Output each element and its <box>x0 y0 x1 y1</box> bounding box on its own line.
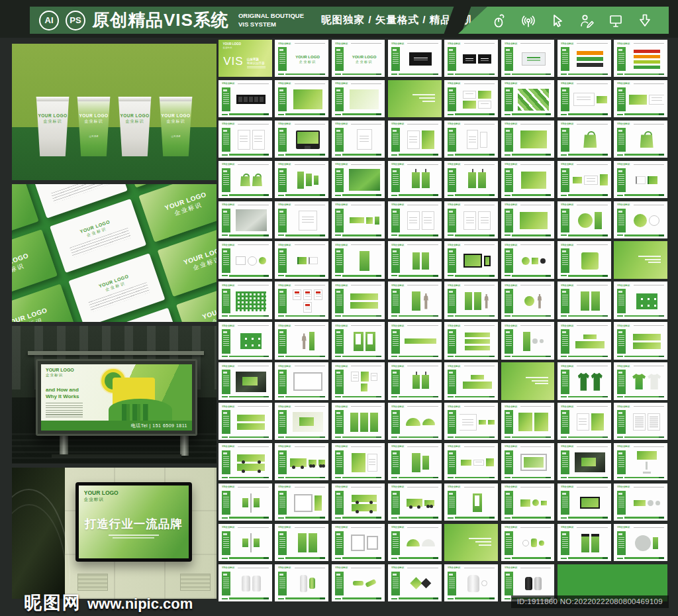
thumb-logo-dark: VIS企业标识 <box>388 40 442 77</box>
page-content <box>573 491 608 515</box>
thumb-whiteboard: VIS企业标识 <box>275 362 328 399</box>
cup-caption: 山东泽源 <box>171 135 181 138</box>
page-content <box>290 289 325 313</box>
thumb-folder: VIS企业标识 <box>501 121 555 158</box>
page-sidebar <box>561 289 569 313</box>
page-content <box>573 450 608 474</box>
thumb-totem-person: VIS企业标识 <box>388 282 442 319</box>
thumb-reception-desk: VIS企业标识 <box>557 322 611 359</box>
shelter-roof <box>28 351 204 355</box>
wall-vent <box>180 574 211 591</box>
page-sidebar <box>448 572 456 595</box>
thumb-totems: VIS企业标识 <box>557 282 611 319</box>
divider-line <box>422 101 435 102</box>
business-card-field: YOUR LOGO企业标识YOUR LOGO企业标识YOUR LOGO企业标识Y… <box>12 184 217 322</box>
page-sidebar <box>335 289 344 313</box>
thumb-divider <box>444 524 498 561</box>
page-content <box>516 47 552 71</box>
thumb-desk-tools: VIS企业标识 <box>332 201 385 238</box>
page-sidebar <box>391 370 400 393</box>
page-sidebar <box>278 248 287 272</box>
designer-icon <box>579 13 595 28</box>
cup-logo-sub: 企业标识 <box>167 119 185 125</box>
page-sidebar <box>505 248 513 272</box>
thumb-banner-stand: VIS企业标识 <box>332 241 385 278</box>
page-content <box>290 572 325 595</box>
page-content <box>460 370 495 393</box>
divider-line <box>469 538 491 539</box>
poster-headline: and How and Why It Works <box>46 387 79 399</box>
page-sidebar <box>448 289 456 313</box>
page-content <box>290 209 325 232</box>
poster-paragraph <box>46 403 83 417</box>
page-content <box>629 289 664 313</box>
page-sidebar <box>222 572 230 595</box>
page-sidebar <box>391 329 400 353</box>
thumb-gift-boxes: VIS企业标识 <box>388 564 442 601</box>
page-sidebar <box>561 248 569 272</box>
thumb-tablet-phone: VIS企业标识 <box>444 241 498 278</box>
page-sidebar <box>505 531 513 555</box>
page-sidebar <box>561 491 569 515</box>
page-content <box>629 168 664 192</box>
page-content <box>460 329 495 353</box>
billboard-base <box>52 454 181 458</box>
page-sidebar <box>448 410 456 434</box>
page-sidebar <box>278 572 287 595</box>
image-id-label: ID:1911860 NO:20220222080800469109 <box>511 595 669 608</box>
cup-logo: YOUR LOGO <box>38 113 67 118</box>
page-content <box>234 168 269 192</box>
thumb-icon-grid: VIS企业标识 <box>218 282 272 319</box>
thumb-wayfinding-bar: VIS企业标识 <box>388 322 442 359</box>
page-content <box>290 168 325 192</box>
page-sidebar <box>448 329 456 353</box>
page-content <box>460 47 495 71</box>
header-subtitle-line1: ORIGINAL BOUTIQUE <box>238 12 304 20</box>
page-sidebar <box>335 168 344 192</box>
thumb-stationery-set: VIS企业标识 <box>557 161 611 198</box>
page-sidebar <box>278 87 287 111</box>
page-content <box>573 329 608 353</box>
screen-caption-line <box>113 537 154 539</box>
page-content <box>347 289 382 313</box>
page-content <box>403 168 438 192</box>
page-sidebar <box>335 572 344 595</box>
page-content <box>629 47 664 71</box>
escalator-area <box>12 468 65 599</box>
page-sidebar <box>617 47 626 71</box>
page-content <box>290 450 325 474</box>
thumb-cover: YOUR LOGO企业标识VIS山东泽源视觉识别手册 <box>218 40 272 77</box>
page-sidebar <box>617 168 626 192</box>
page-content <box>460 168 495 192</box>
page-sidebar <box>222 248 230 272</box>
broadcast-icon <box>520 13 536 28</box>
page-sidebar <box>505 128 513 152</box>
page-content <box>347 329 382 353</box>
screen-slogan: 打造行业一流品牌 <box>85 516 183 532</box>
page-content <box>234 128 269 152</box>
page-content <box>403 531 438 555</box>
page-content <box>629 450 664 474</box>
page-content <box>629 87 664 111</box>
cursor-icon <box>550 13 565 28</box>
thumb-billboard-photo: VIS企业标识 <box>557 443 611 480</box>
thumb-curved-flags: VIS企业标识 <box>218 524 272 561</box>
thumb-grad-panel: VIS企业标识 <box>275 80 328 117</box>
thumb-forms: VIS企业标识 <box>388 201 442 238</box>
thumb-color-bars-3: VIS企业标识 <box>557 40 611 77</box>
page-sidebar <box>391 168 400 192</box>
thumb-balloon-person: VIS企业标识 <box>501 282 555 319</box>
business-card-green: YOUR LOGO企业标识 <box>12 283 76 322</box>
page-sidebar <box>617 87 626 111</box>
page-sidebar <box>278 128 287 152</box>
page-sidebar <box>335 47 344 71</box>
wall-screen: YOUR LOGO 企业标识 打造行业一流品牌 <box>75 482 192 562</box>
page-content <box>347 410 382 434</box>
thumb-lanyards: VIS企业标识 <box>388 161 442 198</box>
page-sidebar <box>222 531 230 555</box>
page-sidebar <box>335 128 344 152</box>
thumb-wall-billboard: VIS企业标识 <box>275 403 328 440</box>
page-content <box>516 209 552 232</box>
thumb-cup-plates: VIS企业标识 <box>218 241 272 278</box>
page-content <box>460 248 495 272</box>
